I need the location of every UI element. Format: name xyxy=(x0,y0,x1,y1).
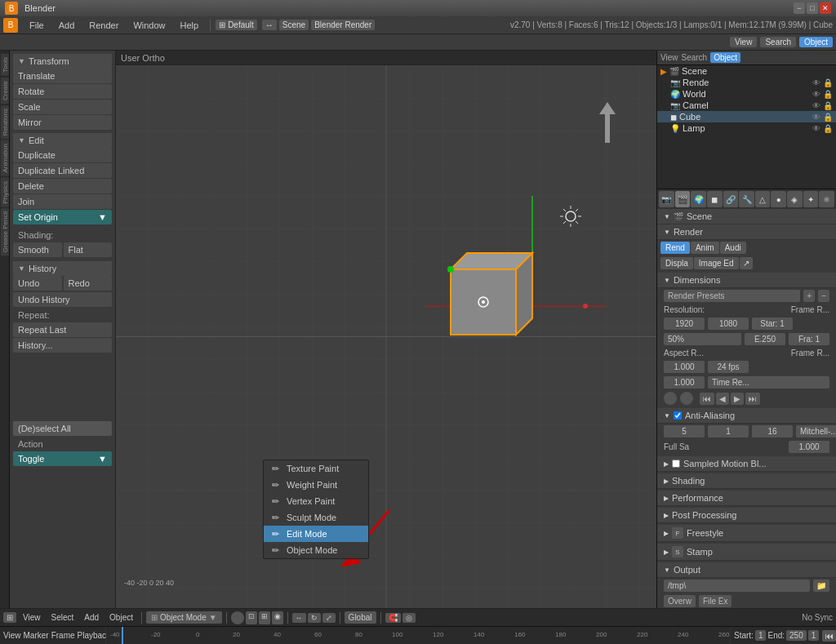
menu-window[interactable]: Window xyxy=(127,19,171,32)
play-btn2[interactable] xyxy=(680,392,693,405)
view-menu[interactable]: View xyxy=(730,37,758,47)
search-menu[interactable]: Search xyxy=(760,37,796,47)
start-frame-field[interactable]: 1 xyxy=(755,630,767,641)
texture-btn[interactable]: ⊞ xyxy=(259,611,270,624)
repeat-last-button[interactable]: Repeat Last xyxy=(13,322,112,337)
res-y-field[interactable]: 1080 xyxy=(708,318,749,330)
material-tab[interactable]: ● xyxy=(771,191,786,207)
grease-pencil-tab[interactable]: Grease Pencil xyxy=(1,208,9,255)
outliner-cube[interactable]: ◼ Cube 👁 🔒 xyxy=(657,111,836,122)
history-button[interactable]: History... xyxy=(13,338,112,353)
menu-add[interactable]: Add xyxy=(52,19,82,32)
timeline-main[interactable]: -40 -20 0 20 40 60 80 100 120 140 160 18… xyxy=(106,627,730,644)
output-path-field[interactable]: /tmp\ xyxy=(664,580,810,592)
output-browse-btn[interactable]: 📁 xyxy=(813,580,829,592)
timeline-marker[interactable]: Marker xyxy=(24,631,49,640)
tools-tab[interactable]: Tools xyxy=(1,54,9,76)
material-btn[interactable]: ◉ xyxy=(272,611,283,624)
undo-button[interactable]: Undo xyxy=(13,276,62,291)
join-button[interactable]: Join xyxy=(13,194,112,209)
ctx-vertex-paint[interactable]: ✏ Vertex Paint xyxy=(264,493,368,509)
duplicate-linked-button[interactable]: Duplicate Linked xyxy=(13,163,112,178)
outliner-camel[interactable]: 📷 Camel 👁 🔒 xyxy=(657,100,836,111)
overwrite-btn[interactable]: Overw xyxy=(664,595,696,607)
ctx-texture-paint[interactable]: ✏ Texture Paint xyxy=(264,460,368,477)
render-tab[interactable]: 📷 xyxy=(659,191,674,207)
performance-header[interactable]: ▶ Performance xyxy=(657,491,836,506)
mirror-button[interactable]: Mirror xyxy=(13,115,112,130)
render-presets-add[interactable]: + xyxy=(803,290,815,302)
audi-tab[interactable]: Audi xyxy=(720,242,746,254)
output-header[interactable]: ▼ Output xyxy=(657,562,836,578)
texture-tab[interactable]: ◈ xyxy=(787,191,803,207)
scale-btn[interactable]: ⤢ xyxy=(322,613,336,623)
rend-tab[interactable]: Rend xyxy=(660,242,690,254)
editor-mode-selector[interactable]: ⊞Default xyxy=(216,20,257,30)
res-pct-field[interactable]: 50% xyxy=(664,333,741,345)
file-ex-btn[interactable]: File Ex xyxy=(699,595,732,607)
global-dropdown[interactable]: Global xyxy=(345,611,376,624)
fps-field[interactable]: 24 fps xyxy=(708,361,749,373)
aspect-y-field[interactable]: 1.000 xyxy=(664,376,705,389)
maximize-button[interactable]: □ xyxy=(807,2,818,14)
outliner-world[interactable]: 🌍 World 👁 🔒 xyxy=(657,88,836,100)
timeline-frame[interactable]: Frame xyxy=(51,631,75,640)
scene-prop-header[interactable]: ▼ 🎬 Scene xyxy=(657,209,836,224)
outliner-scene[interactable]: ▶ 🎬 Scene xyxy=(657,65,836,77)
sampled-motion-checkbox[interactable] xyxy=(672,460,680,468)
viewport-content[interactable]: -40 -20 0 20 40 ✏ Texture Paint ✏ Weight… xyxy=(116,65,656,608)
bottom-object[interactable]: Object xyxy=(105,611,137,624)
world-tab[interactable]: 🌍 xyxy=(691,191,706,207)
jump-start-btn[interactable]: ⏮ xyxy=(822,630,836,642)
menu-file[interactable]: File xyxy=(23,19,51,32)
modifier-tab[interactable]: 🔧 xyxy=(739,191,754,207)
minimize-button[interactable]: − xyxy=(794,2,805,14)
displa-tab[interactable]: Displa xyxy=(660,257,693,269)
flat-button[interactable]: Flat xyxy=(64,242,113,257)
data-tab[interactable]: △ xyxy=(755,191,771,207)
constraint-tab[interactable]: 🔗 xyxy=(723,191,739,207)
aa-header[interactable]: ▼ Anti-Aliasing xyxy=(657,408,836,424)
scene-tab[interactable]: 🎬 xyxy=(675,191,691,207)
outliner-view[interactable]: View xyxy=(660,53,678,62)
play-reverse-btn[interactable]: ◀ xyxy=(716,393,729,405)
create-tab[interactable]: Create xyxy=(1,78,9,104)
engine-selector[interactable]: Blender Render xyxy=(311,20,375,30)
prev-frame-btn[interactable]: ⏮ xyxy=(700,393,714,405)
object-tab[interactable]: ◼ xyxy=(707,191,723,207)
render-presets-remove[interactable]: − xyxy=(818,290,829,302)
ctx-edit-mode[interactable]: ✏ Edit Mode xyxy=(264,526,368,542)
particle-tab[interactable]: ✦ xyxy=(803,191,819,207)
move-btn[interactable]: ↔ xyxy=(292,613,306,623)
outliner-lamp[interactable]: 💡 Lamp 👁 🔒 xyxy=(657,122,836,134)
timeline-view[interactable]: View xyxy=(3,631,21,640)
play-btn1[interactable] xyxy=(664,392,677,405)
smooth-button[interactable]: Smooth xyxy=(13,242,62,257)
ctx-object-mode[interactable]: ✏ Object Mode xyxy=(264,542,368,558)
res-x-field[interactable]: 1920 xyxy=(664,318,705,330)
render-prop-header[interactable]: ▼ Render xyxy=(657,224,836,240)
scene-label[interactable]: Scene xyxy=(279,20,309,30)
object-menu[interactable]: Object xyxy=(799,37,833,47)
dimensions-header[interactable]: ▼ Dimensions xyxy=(657,273,836,288)
animation-tab[interactable]: Animation xyxy=(1,140,9,176)
render-presets-dropdown[interactable]: Render Presets xyxy=(664,290,800,302)
rotate-btn[interactable]: ↻ xyxy=(308,613,321,623)
aspect-x-field[interactable]: 1.000 xyxy=(664,361,705,373)
stamp-header[interactable]: ▶ S Stamp xyxy=(657,544,836,561)
bottom-select[interactable]: Select xyxy=(47,611,78,624)
bottom-view[interactable]: View xyxy=(19,611,45,624)
transform-header[interactable]: ▼ Transform xyxy=(13,54,112,69)
next-frame-btn[interactable]: ⏭ xyxy=(745,393,760,405)
fra1-field[interactable]: Fra: 1 xyxy=(789,333,829,345)
close-button[interactable]: ✕ xyxy=(820,2,831,14)
outliner-rende[interactable]: 📷 Rende 👁 🔒 xyxy=(657,77,836,88)
post-processing-header[interactable]: ▶ Post Processing xyxy=(657,508,836,523)
shading-prop-header[interactable]: ▶ Shading xyxy=(657,473,836,489)
outliner-object-btn[interactable]: Object xyxy=(710,52,740,63)
bottom-add[interactable]: Add xyxy=(80,611,103,624)
viewport-icon[interactable]: ⊞ xyxy=(3,612,16,623)
redo-button[interactable]: Redo xyxy=(64,276,113,291)
outliner-search[interactable]: Search xyxy=(682,53,708,62)
viewport[interactable]: User Ortho xyxy=(116,51,656,608)
